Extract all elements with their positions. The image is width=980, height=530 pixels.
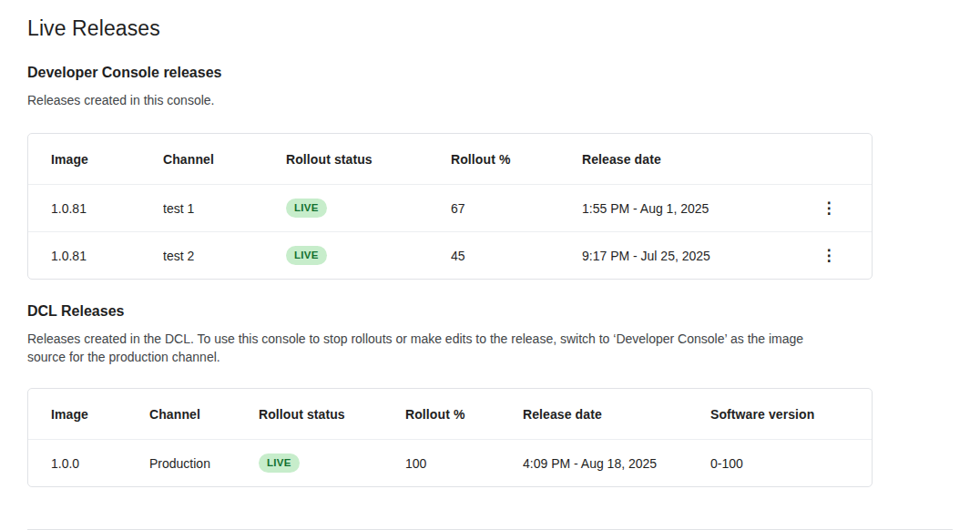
page-title: Live Releases: [27, 16, 953, 41]
column-header-release-date: Release date: [523, 407, 710, 422]
column-header-software-version: Software version: [710, 407, 872, 422]
table-header-row: Image Channel Rollout status Rollout % R…: [28, 389, 872, 439]
dcl-releases-heading: DCL Releases: [27, 303, 953, 320]
column-header-rollout-percent: Rollout %: [405, 407, 523, 422]
cell-channel: test 1: [163, 201, 286, 216]
column-header-rollout-percent: Rollout %: [451, 152, 582, 167]
cell-actions: ⋮: [784, 240, 873, 272]
cell-rollout-percent: 100: [405, 456, 523, 471]
live-releases-page: Live Releases Developer Console releases…: [0, 16, 980, 487]
table-header-row: Image Channel Rollout status Rollout % R…: [28, 134, 872, 184]
cell-image: 1.0.81: [28, 201, 163, 216]
cell-rollout-status: LIVE: [286, 246, 451, 265]
row-menu-kebab-icon[interactable]: ⋮: [812, 192, 845, 225]
developer-console-table: Image Channel Rollout status Rollout % R…: [27, 133, 873, 280]
column-header-rollout-status: Rollout status: [259, 407, 405, 422]
cell-channel: test 2: [163, 249, 286, 263]
cell-channel: Production: [149, 456, 259, 471]
table-row: 1.0.0 Production LIVE 100 4:09 PM - Aug …: [28, 439, 872, 486]
developer-console-description: Releases created in this console.: [27, 91, 838, 109]
dcl-releases-table: Image Channel Rollout status Rollout % R…: [27, 388, 873, 487]
column-header-image: Image: [28, 407, 149, 422]
cell-rollout-status: LIVE: [259, 454, 405, 473]
column-header-channel: Channel: [149, 407, 259, 422]
cell-software-version: 0-100: [710, 456, 872, 471]
cell-release-date: 4:09 PM - Aug 18, 2025: [523, 456, 710, 471]
cell-rollout-percent: 67: [451, 201, 582, 216]
live-status-badge: LIVE: [286, 199, 327, 218]
column-header-image: Image: [28, 152, 163, 167]
cell-release-date: 9:17 PM - Jul 25, 2025: [582, 249, 784, 263]
table-row: 1.0.81 test 1 LIVE 67 1:55 PM - Aug 1, 2…: [28, 184, 872, 231]
cell-image: 1.0.81: [28, 249, 163, 263]
developer-console-heading: Developer Console releases: [27, 65, 953, 81]
cell-rollout-status: LIVE: [286, 199, 451, 218]
column-header-channel: Channel: [163, 152, 286, 167]
column-header-release-date: Release date: [582, 152, 784, 167]
live-status-badge: LIVE: [286, 246, 327, 265]
row-menu-kebab-icon[interactable]: ⋮: [812, 240, 845, 272]
cell-release-date: 1:55 PM - Aug 1, 2025: [582, 201, 784, 216]
column-header-rollout-status: Rollout status: [286, 152, 451, 167]
table-row: 1.0.81 test 2 LIVE 45 9:17 PM - Jul 25, …: [28, 231, 872, 279]
dcl-releases-description: Releases created in the DCL. To use this…: [27, 330, 838, 366]
cell-rollout-percent: 45: [451, 249, 582, 263]
cell-image: 1.0.0: [28, 456, 149, 471]
live-status-badge: LIVE: [259, 454, 300, 473]
cell-actions: ⋮: [784, 192, 873, 225]
